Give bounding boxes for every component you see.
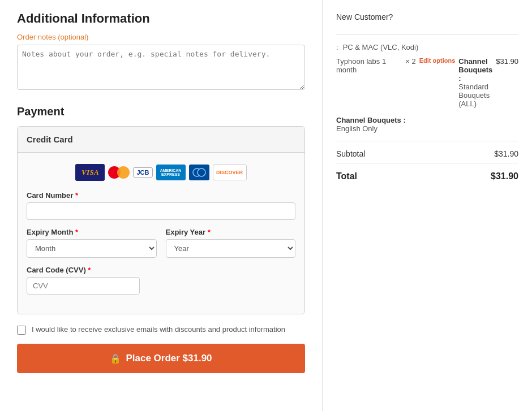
item-details: Channel Bouquets : Standard Bouquets (AL… xyxy=(458,57,492,108)
amex-icon: AMERICANEXPRESS xyxy=(156,165,186,180)
order-notes-textarea[interactable] xyxy=(17,45,305,90)
expiry-month-select[interactable]: Month 01 - January 02 - February 03 - Ma… xyxy=(27,239,157,258)
card-number-input[interactable] xyxy=(27,202,295,220)
expiry-month-required: * xyxy=(75,228,78,236)
lock-icon: 🔒 xyxy=(110,353,121,364)
expiry-year-required: * xyxy=(208,228,211,236)
subtotal-label: Subtotal xyxy=(336,149,365,158)
channel-bouquets-label-1: Channel Bouquets : xyxy=(458,57,492,83)
mastercard-icon xyxy=(108,165,130,180)
new-customer-row: New Customer? xyxy=(336,11,518,23)
card-number-group: Card Number * xyxy=(27,191,295,220)
diners-icon xyxy=(189,165,209,180)
credit-card-body: VISA JCB AMERICANEXPRESS xyxy=(18,153,304,314)
credit-card-header: Credit Card xyxy=(18,127,304,153)
cvv-label: Card Code (CVV) * xyxy=(27,266,295,274)
left-panel: Additional Information Order notes (opti… xyxy=(0,0,323,411)
cvv-input[interactable] xyxy=(27,277,140,295)
standard-bouquets-value: Standard Bouquets (ALL) xyxy=(458,83,492,108)
expiry-month-col: Expiry Month * Month 01 - January 02 - F… xyxy=(27,228,157,258)
channel-bouquets-label-2: Channel Bouquets : xyxy=(336,116,518,124)
total-label: Total xyxy=(336,171,357,181)
order-item: : PC & MAC (VLC, Kodi) Typhoon labs 1 mo… xyxy=(336,34,518,141)
svg-point-2 xyxy=(198,168,205,176)
payment-title: Payment xyxy=(17,105,305,118)
card-number-label: Card Number * xyxy=(27,191,295,200)
platform-colon: : xyxy=(336,43,338,51)
jcb-icon: JCB xyxy=(133,167,152,178)
email-opt-in-checkbox[interactable] xyxy=(17,326,26,335)
credit-card-box: Credit Card VISA JCB AMERICANEXPRESS xyxy=(17,126,305,314)
discover-icon: DISCOVER xyxy=(213,165,247,180)
total-value: $31.90 xyxy=(491,171,518,181)
email-opt-in-row: I would like to receive exclusive emails… xyxy=(17,325,305,335)
cvv-required: * xyxy=(88,266,91,274)
edit-options-link[interactable]: Edit options xyxy=(419,57,456,64)
english-only-value: English Only xyxy=(336,124,518,133)
new-customer-label: New Customer? xyxy=(336,12,393,21)
place-order-button[interactable]: 🔒 Place Order $31.90 xyxy=(17,344,305,373)
order-item-main-row: Typhoon labs 1 month × 2 Edit options Ch… xyxy=(336,57,518,108)
right-panel: New Customer? : PC & MAC (VLC, Kodi) Typ… xyxy=(323,0,532,411)
item-price: $31.90 xyxy=(496,57,518,66)
expiry-year-label: Expiry Year * xyxy=(166,228,296,236)
expiry-year-select[interactable]: Year 2024 2025 2026 2027 2028 2029 2030 xyxy=(166,239,296,258)
platform-value: PC & MAC (VLC, Kodi) xyxy=(343,43,419,51)
additional-info-title: Additional Information xyxy=(17,11,305,26)
visa-icon: VISA xyxy=(75,164,105,181)
order-notes-label: Order notes (optional) xyxy=(17,33,305,41)
cvv-group: Card Code (CVV) * xyxy=(27,266,295,295)
item-qty: × 2 xyxy=(405,57,415,66)
item-name: Typhoon labs 1 month xyxy=(336,57,402,74)
card-icons: VISA JCB AMERICANEXPRESS xyxy=(27,164,295,181)
payment-section: Payment Credit Card VISA JCB AMERICANEXP… xyxy=(17,105,305,373)
expiry-row: Expiry Month * Month 01 - January 02 - F… xyxy=(27,228,295,258)
total-row: Total $31.90 xyxy=(336,163,518,189)
expiry-month-label: Expiry Month * xyxy=(27,228,157,236)
platform-row: : PC & MAC (VLC, Kodi) xyxy=(336,43,518,51)
place-order-label: Place Order $31.90 xyxy=(126,353,212,364)
subtotal-row: Subtotal $31.90 xyxy=(336,141,518,163)
subtotal-value: $31.90 xyxy=(494,149,518,158)
channel-bouquets-row-2: Channel Bouquets : English Only xyxy=(336,116,518,133)
card-number-required: * xyxy=(75,191,78,200)
email-opt-in-label: I would like to receive exclusive emails… xyxy=(32,325,285,335)
expiry-year-col: Expiry Year * Year 2024 2025 2026 2027 2… xyxy=(166,228,296,258)
